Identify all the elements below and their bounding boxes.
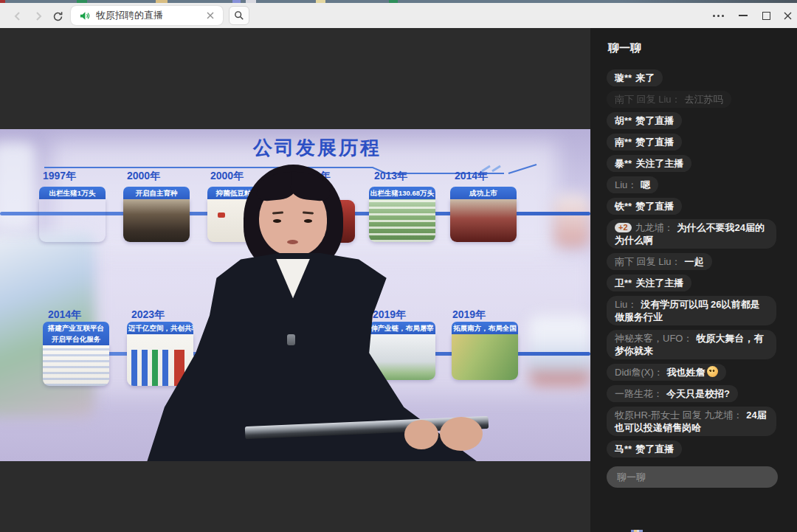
forward-button[interactable]	[31, 9, 46, 24]
message-user: 神秘来客，UFO：	[615, 333, 692, 344]
message-user: 九龙埔：	[635, 222, 674, 233]
video-player[interactable]: 公司发展历程 1997年 2000年 2000年 2年 2013年 2014年 …	[0, 129, 590, 461]
message-user: 马**	[615, 443, 632, 455]
message-user: 南**	[615, 137, 632, 148]
message-user: 铁**	[615, 201, 632, 212]
chevron-left-icon	[12, 10, 24, 22]
message-user: 卫**	[615, 277, 632, 289]
message-text: 关注了主播	[635, 158, 683, 169]
tab-close-icon[interactable]	[206, 11, 215, 20]
minimize-button[interactable]	[732, 3, 754, 28]
ellipsis-icon	[713, 15, 724, 17]
browser-window: 牧原招聘的直播	[0, 0, 797, 532]
menu-button[interactable]	[707, 3, 729, 28]
presenter-mouth	[287, 240, 298, 244]
speaker-icon	[79, 10, 90, 21]
stage-letterbox: 公司发展历程 1997年 2000年 2000年 2年 2013年 2014年 …	[0, 28, 590, 532]
chat-message: 暴**关注了主播	[607, 155, 691, 172]
chat-message: 牧原HR-邢女士 回复 九龙埔：24届也可以投递销售岗哈	[607, 407, 776, 436]
message-text: 嗯	[641, 179, 650, 190]
chat-message: 卫**关注了主播	[607, 274, 691, 291]
message-user: Didi詹(X)：	[615, 367, 663, 378]
chat-message: +2九龙埔：为什么不要我24届的为什么啊	[607, 219, 776, 249]
presenter-hand	[440, 417, 483, 451]
chat-message: 南下 回复 Liu：一起	[607, 253, 712, 270]
chat-message-list: 璇**来了 南下 回复 Liu：去江苏吗 胡**赞了直播 南**赞了直播 暴**…	[607, 69, 782, 466]
presenter	[0, 129, 590, 461]
message-text: 赞了直播	[635, 115, 674, 126]
presenter-hand	[404, 420, 438, 449]
chat-panel: 聊一聊 璇**来了 南下 回复 Liu：去江苏吗 胡**赞了直播 南**赞了直播…	[590, 28, 797, 532]
maximize-button[interactable]	[755, 3, 777, 28]
message-user: 璇**	[615, 72, 632, 83]
message-user: 南下 回复 Liu：	[615, 256, 681, 267]
browser-toolbar: 牧原招聘的直播	[0, 3, 797, 28]
message-text: 去江苏吗	[685, 94, 723, 105]
message-user: Liu：	[615, 299, 637, 310]
message-user: 胡**	[615, 115, 632, 126]
chat-message: 神秘来客，UFO：牧原大舞台，有梦你就来	[607, 330, 776, 359]
chat-message: 铁**赞了直播	[607, 198, 682, 215]
close-button[interactable]	[776, 3, 797, 28]
chat-message: 璇**来了	[607, 69, 663, 86]
back-button[interactable]	[10, 9, 25, 24]
presenter-eye	[273, 219, 281, 223]
clip-microphone	[287, 334, 295, 345]
message-text: 赞了直播	[635, 443, 674, 455]
browser-tab[interactable]: 牧原招聘的直播	[71, 6, 223, 25]
reload-icon	[52, 10, 64, 23]
chat-message: Liu：嗯	[607, 176, 658, 193]
message-user: 牧原HR-邢女士 回复 九龙埔：	[615, 410, 742, 421]
message-text: 来了	[635, 72, 655, 83]
chat-input[interactable]	[607, 466, 778, 488]
message-text: 赞了直播	[635, 201, 674, 212]
message-text: 一起	[685, 256, 704, 267]
chevron-right-icon	[32, 10, 44, 22]
maximize-icon	[762, 12, 770, 20]
tab-title: 牧原招聘的直播	[96, 9, 206, 22]
message-text: 关注了主播	[635, 277, 683, 289]
message-user: 一路生花：	[615, 388, 663, 399]
chat-panel-title: 聊一聊	[608, 41, 641, 55]
message-user: Liu：	[615, 179, 637, 190]
chat-message: 胡**赞了直播	[607, 112, 682, 129]
search-icon	[234, 10, 244, 21]
chat-message: 一路生花：今天只是校招?	[607, 385, 738, 402]
message-text: 赞了直播	[635, 137, 674, 148]
chat-message: 马**赞了直播	[607, 441, 682, 457]
reload-button[interactable]	[50, 9, 65, 24]
presenter-eye	[304, 219, 312, 223]
chat-message: Liu：没有学历可以吗 26以前都是做服务行业	[607, 296, 776, 325]
chat-message: 南**赞了直播	[607, 134, 682, 151]
message-text: 今天只是校招?	[666, 388, 730, 399]
chat-message: 南下 回复 Liu：去江苏吗	[607, 91, 731, 108]
chat-message: Didi詹(X)：我也姓詹	[607, 364, 726, 381]
close-icon	[783, 11, 793, 21]
count-badge: +2	[615, 223, 632, 232]
search-button[interactable]	[229, 6, 249, 25]
message-user: 暴**	[615, 158, 632, 169]
minimize-icon	[739, 15, 748, 16]
message-text: 我也姓詹	[667, 367, 705, 378]
pleading-face-emoji	[707, 366, 718, 377]
message-user: 南下 回复 Liu：	[615, 94, 681, 105]
